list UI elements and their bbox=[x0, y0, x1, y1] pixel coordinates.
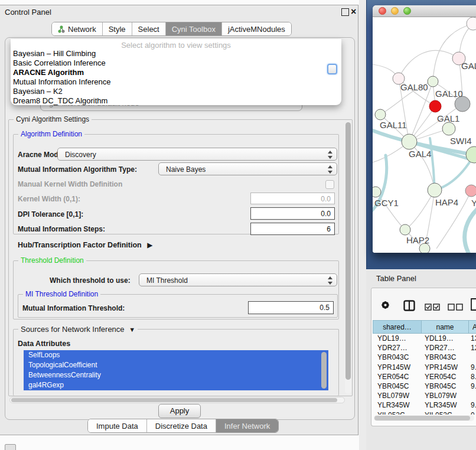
node-green-small[interactable] bbox=[428, 76, 438, 87]
cell-name: YPR145W bbox=[425, 363, 458, 372]
mi-steps-field[interactable]: 6 bbox=[250, 223, 335, 235]
algorithm-option[interactable]: Mutual Information Inference bbox=[13, 77, 110, 86]
algorithm-option[interactable]: Dream8 DC_TDC Algorithm bbox=[13, 96, 107, 105]
stepper-icon bbox=[327, 151, 332, 159]
top-strip bbox=[0, 0, 359, 5]
table-row[interactable]: YBL079WYBL079W bbox=[373, 391, 476, 400]
cell-name: YBL079W bbox=[425, 391, 457, 400]
table-row[interactable]: YDL19…YDL19…13 bbox=[373, 334, 476, 343]
float-window-icon[interactable] bbox=[341, 8, 349, 16]
which-threshold-combo[interactable]: MI Threshold bbox=[139, 273, 337, 286]
bottom-left-mini-button[interactable] bbox=[5, 444, 16, 450]
column-header-shared-name[interactable]: shared… bbox=[373, 320, 421, 334]
algorithm-option[interactable]: Bayesian – K2 bbox=[13, 87, 63, 96]
expand-arrow-icon[interactable]: ▶ bbox=[147, 241, 152, 249]
tab-select-label: Select bbox=[138, 25, 159, 34]
tab-network[interactable]: Network bbox=[52, 22, 103, 35]
label-hap2: HAP2 bbox=[406, 235, 429, 245]
node-gal11[interactable] bbox=[375, 109, 386, 120]
zoom-traffic-light[interactable] bbox=[403, 7, 411, 15]
label-gcy1: GCY1 bbox=[374, 198, 399, 208]
column-header-clipped[interactable]: A bbox=[468, 320, 476, 334]
node-partial-top[interactable] bbox=[467, 17, 476, 30]
algorithm-definition-title: Algorithm Definition bbox=[18, 130, 84, 138]
network-canvas[interactable]: GAL GAL80 GAL10 GAL1 GAL11 SWI4 GAL4 GCY… bbox=[373, 17, 476, 253]
algorithm-dropdown-placeholder: Select algorithm to view settings bbox=[11, 41, 341, 50]
tab-discretize-data[interactable]: Discretize Data bbox=[147, 419, 216, 432]
gear-icon[interactable] bbox=[380, 300, 390, 312]
tab-jactivemnodules-label: jActiveMNodules bbox=[228, 25, 285, 34]
tab-select[interactable]: Select bbox=[132, 22, 166, 35]
data-attributes-list[interactable]: SelfLoops TopologicalCoefficient Between… bbox=[24, 350, 328, 392]
table-row[interactable]: YPR145WYPR145W9. bbox=[373, 363, 476, 372]
mi-threshold-label: Mutual Information Threshold: bbox=[22, 304, 125, 312]
node-pink-right[interactable] bbox=[465, 185, 476, 197]
network-view-window[interactable]: GAL GAL80 GAL10 GAL1 GAL11 SWI4 GAL4 GCY… bbox=[373, 5, 476, 253]
attribute-item[interactable]: BetweennessCentrality bbox=[24, 370, 328, 380]
table-body[interactable]: YDL19…YDL19…13 YDR27…YDR27…12 YBR043CYBR… bbox=[373, 334, 476, 415]
node-hap4[interactable] bbox=[428, 183, 442, 197]
data-attributes-label: Data Attributes bbox=[18, 340, 70, 348]
close-icon[interactable]: × bbox=[351, 5, 356, 18]
tab-cyni-toolbox-label: Cyni Toolbox bbox=[172, 25, 216, 34]
apply-button[interactable]: Apply bbox=[158, 404, 201, 418]
mi-type-combo[interactable]: Naive Bayes bbox=[158, 162, 337, 175]
control-panel-titlebar[interactable]: Control Panel × bbox=[0, 5, 358, 19]
list-vertical-scrollbar[interactable] bbox=[321, 352, 327, 389]
hub-section-toggle[interactable]: Hub/Transcription Factor Definition ▶ bbox=[18, 241, 152, 249]
collapse-arrow-icon[interactable]: ▼ bbox=[129, 326, 135, 333]
sources-title-label: Sources for Network Inference bbox=[21, 325, 125, 334]
algorithm-option[interactable]: Basic Correlation Inference bbox=[13, 58, 106, 67]
tab-cyni-toolbox[interactable]: Cyni Toolbox bbox=[166, 22, 222, 35]
table-row[interactable]: YER054CYER054C8. bbox=[373, 372, 476, 381]
table-row[interactable]: YLR345WYLR345W9. bbox=[373, 400, 476, 410]
node-hap2[interactable] bbox=[400, 224, 410, 235]
aracne-mode-combo[interactable]: Discovery bbox=[57, 148, 337, 161]
sources-group-title[interactable]: Sources for Network Inference ▼ bbox=[18, 325, 138, 334]
table-horizontal-scrollbar[interactable] bbox=[374, 415, 474, 421]
table-row[interactable]: YDR27…YDR27…12 bbox=[373, 343, 476, 353]
mi-type-label: Mutual Information Algorithm Type: bbox=[18, 165, 137, 174]
attribute-item[interactable]: SelfLoops bbox=[24, 350, 328, 360]
mi-threshold-field[interactable]: 0.5 bbox=[248, 301, 334, 314]
cell-name: YDL19… bbox=[425, 334, 454, 343]
tab-jactivemnodules[interactable]: jActiveMNodules bbox=[222, 22, 291, 35]
settings-horizontal-scrollbar[interactable] bbox=[9, 397, 345, 403]
network-window-titlebar[interactable] bbox=[373, 5, 476, 17]
table-row[interactable]: YIL052CYIL052C0. bbox=[373, 410, 476, 415]
algorithm-combo-arrow-fragment[interactable] bbox=[327, 64, 337, 74]
tab-infer-network[interactable]: Infer Network bbox=[216, 419, 278, 432]
algorithm-option[interactable]: Bayesian – Hill Climbing bbox=[13, 49, 96, 58]
dpi-tolerance-field[interactable]: 0.0 bbox=[250, 207, 335, 220]
minimize-traffic-light[interactable] bbox=[391, 7, 399, 15]
manual-kernel-checkbox[interactable] bbox=[325, 180, 334, 189]
unselect-all-checkboxes-icon[interactable] bbox=[448, 302, 463, 313]
columns-icon[interactable] bbox=[403, 300, 415, 314]
network-graph: GAL GAL80 GAL10 GAL1 GAL11 SWI4 GAL4 GCY… bbox=[373, 17, 476, 253]
select-all-checkboxes-icon[interactable] bbox=[425, 302, 440, 313]
node-swi4[interactable] bbox=[466, 146, 476, 163]
cell-name: YBR045C bbox=[425, 381, 456, 391]
node-gal1[interactable] bbox=[442, 122, 455, 135]
mi-type-value: Naive Bayes bbox=[166, 165, 206, 174]
algorithm-option-selected[interactable]: ARACNE Algorithm bbox=[13, 68, 84, 77]
column-header-name[interactable]: name bbox=[421, 320, 468, 334]
tab-style[interactable]: Style bbox=[103, 22, 132, 35]
table-header-row: shared… name A bbox=[373, 320, 476, 334]
bottom-tabbar: Impute Data Discretize Data Infer Networ… bbox=[87, 419, 279, 433]
close-traffic-light[interactable] bbox=[379, 7, 386, 15]
tab-impute-data[interactable]: Impute Data bbox=[88, 419, 147, 432]
table-row[interactable]: YBR045CYBR045C9. bbox=[373, 381, 476, 391]
table-row[interactable]: YBR043CYBR043C bbox=[373, 353, 476, 362]
table-panel-title: Table Panel bbox=[376, 274, 416, 283]
node-gcy1[interactable] bbox=[373, 187, 381, 197]
settings-vertical-scrollbar[interactable] bbox=[345, 121, 351, 394]
node-red[interactable] bbox=[429, 100, 441, 112]
node-gal4[interactable] bbox=[402, 134, 417, 149]
new-file-icon[interactable] bbox=[471, 298, 476, 313]
attribute-item[interactable]: gal4RGexp bbox=[24, 380, 328, 390]
attribute-item[interactable]: TopologicalCoefficient bbox=[24, 360, 328, 370]
tab-network-label: Network bbox=[68, 25, 96, 34]
bottom-strip bbox=[0, 435, 359, 450]
kernel-width-field[interactable]: 0.0 bbox=[250, 193, 335, 204]
